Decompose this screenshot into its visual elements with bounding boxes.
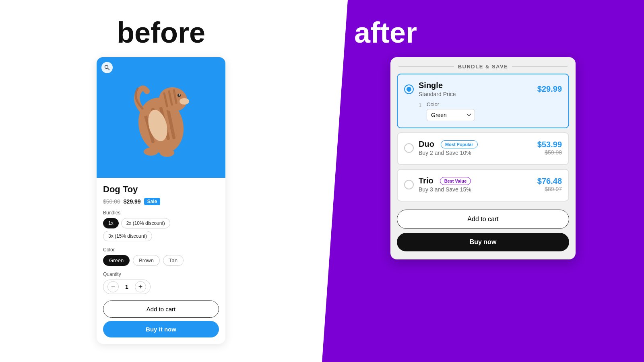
header-line-right <box>512 66 568 67</box>
product-details: Dog Toy $50.00 $29.99 Sale Bundles 1x 2x… <box>97 178 225 344</box>
bundle-option-single[interactable]: Single Standard Price $29.99 1 Color Gre… <box>397 74 569 128</box>
radio-duo[interactable] <box>404 143 414 153</box>
color-label: Color <box>103 247 219 253</box>
trio-option-left: Trio Best Value Buy 3 and Save 15% <box>404 176 471 193</box>
header-line-left <box>398 66 454 67</box>
bundle-btn-1x[interactable]: 1x <box>103 218 119 228</box>
quantity-stepper[interactable]: − 1 + <box>103 280 151 294</box>
trio-price-col: $76.48 $89.97 <box>537 177 562 192</box>
color-brown-before[interactable]: Brown <box>133 255 160 266</box>
single-color-section: 1 Color Green Brown Tan <box>419 101 562 121</box>
color-options-before: Green Brown Tan <box>103 255 219 266</box>
single-color-select[interactable]: Green Brown Tan <box>427 109 475 121</box>
zoom-icon[interactable] <box>101 62 113 73</box>
bundle-option-duo[interactable]: Duo Most Popular Buy 2 and Save 10% $53.… <box>397 132 569 165</box>
price-row: $50.00 $29.99 Sale <box>103 198 219 205</box>
trio-option-header: Trio Best Value Buy 3 and Save 15% $76.4… <box>404 176 562 193</box>
single-color-label: Color <box>427 101 562 107</box>
svg-point-16 <box>160 149 174 157</box>
after-title: after <box>354 16 417 49</box>
product-image-area <box>97 57 225 178</box>
single-price: $29.99 <box>537 84 562 94</box>
duo-title: Duo <box>419 140 434 149</box>
qty-increase-btn[interactable]: + <box>135 281 146 292</box>
single-color-content: Color Green Brown Tan <box>427 101 562 121</box>
qty-value: 1 <box>123 284 131 290</box>
single-title: Single <box>419 81 456 90</box>
duo-option-header: Duo Most Popular Buy 2 and Save 10% $53.… <box>404 140 562 156</box>
single-color-row: 1 Color Green Brown Tan <box>419 101 562 121</box>
sale-price: $29.99 <box>124 198 141 205</box>
after-buttons: Add to cart Buy now <box>390 206 576 251</box>
sale-badge: Sale <box>144 198 161 205</box>
qty-decrease-btn[interactable]: − <box>107 281 119 292</box>
buy-it-now-before[interactable]: Buy it now <box>103 321 219 337</box>
color-green-before[interactable]: Green <box>103 255 130 266</box>
single-option-header: Single Standard Price $29.99 <box>404 81 562 97</box>
duo-price-col: $53.99 $59.98 <box>537 140 562 156</box>
single-option-left: Single Standard Price <box>404 81 456 97</box>
bundle-header-title: BUNDLE & SAVE <box>458 64 508 70</box>
quantity-row: − 1 + <box>103 280 219 294</box>
svg-point-13 <box>179 95 180 96</box>
radio-trio[interactable] <box>404 180 414 189</box>
bundle-card-header: BUNDLE & SAVE <box>390 57 576 74</box>
trio-price: $76.48 <box>537 177 562 186</box>
duo-option-left: Duo Most Popular Buy 2 and Save 10% <box>404 140 478 156</box>
single-price-col: $29.99 <box>537 84 562 94</box>
radio-inner-single <box>407 87 411 92</box>
svg-point-14 <box>180 98 189 105</box>
bundle-options: 1x 2x (10% discount) 3x (15% discount) <box>103 218 219 241</box>
buy-now-after[interactable]: Buy now <box>397 233 569 251</box>
duo-name-col: Duo Most Popular Buy 2 and Save 10% <box>419 140 478 156</box>
before-title: before <box>117 16 205 49</box>
bundle-save-card: BUNDLE & SAVE Single Standard Price $29.… <box>390 57 576 259</box>
single-subtitle: Standard Price <box>419 91 456 97</box>
add-to-cart-after[interactable]: Add to cart <box>397 210 569 229</box>
product-card-before: Dog Toy $50.00 $29.99 Sale Bundles 1x 2x… <box>97 57 225 344</box>
bundles-label: Bundles <box>103 210 219 216</box>
after-panel: after BUNDLE & SAVE Single Standard Pric… <box>322 0 644 362</box>
before-panel: before <box>0 0 322 362</box>
svg-point-0 <box>105 66 108 69</box>
trio-title: Trio <box>419 176 433 185</box>
original-price: $50.00 <box>103 198 120 205</box>
duo-original-price: $59.98 <box>537 149 562 156</box>
trio-tag: Best Value <box>440 177 471 185</box>
svg-line-1 <box>108 68 110 70</box>
trio-subtitle: Buy 3 and Save 15% <box>419 186 471 193</box>
trio-name-col: Trio Best Value Buy 3 and Save 15% <box>419 176 471 193</box>
single-row-num: 1 <box>419 102 423 108</box>
duo-price: $53.99 <box>537 140 562 149</box>
add-to-cart-before[interactable]: Add to cart <box>103 300 219 318</box>
dog-toy-image <box>121 73 201 162</box>
single-name-col: Single Standard Price <box>419 81 456 97</box>
product-title: Dog Toy <box>103 184 219 195</box>
duo-tag: Most Popular <box>441 140 478 148</box>
trio-original-price: $89.97 <box>537 186 562 192</box>
duo-subtitle: Buy 2 and Save 10% <box>419 150 478 156</box>
color-tan-before[interactable]: Tan <box>163 255 184 266</box>
radio-single[interactable] <box>404 84 414 94</box>
bundle-btn-3x[interactable]: 3x (15% discount) <box>103 231 152 241</box>
bundle-option-trio[interactable]: Trio Best Value Buy 3 and Save 15% $76.4… <box>397 169 569 202</box>
quantity-label: Quantity <box>103 272 219 277</box>
bundle-btn-2x[interactable]: 2x (10% discount) <box>121 218 170 228</box>
svg-point-15 <box>144 148 158 156</box>
